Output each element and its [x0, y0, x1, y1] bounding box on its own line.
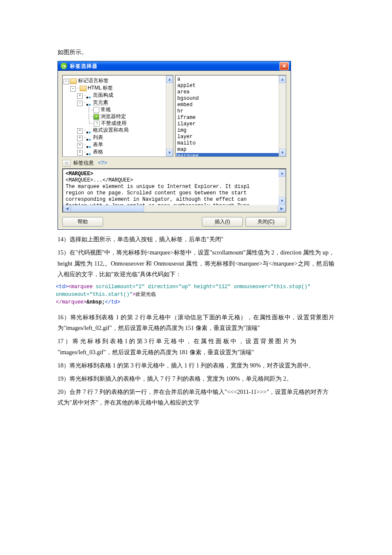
code-marquee-open: <marquee [68, 284, 93, 290]
code-td-close: </td> [105, 299, 120, 305]
list-item[interactable]: layer [176, 134, 285, 140]
scroll-down-icon[interactable]: ▼ [279, 149, 286, 156]
tree-deprecated[interactable]: 不赞成使用 [101, 120, 127, 126]
close-icon[interactable]: ✕ [280, 62, 289, 70]
step-17b: "images/left_03.gif"，然后设置单元格的高度为 181 像素，… [58, 347, 334, 358]
step-17a: 17 ） 将 光 标 移 到 表 格 1 的 第 3 行 单 元 格 中 ， 在… [58, 336, 334, 347]
tree-root[interactable]: 标记语言标签 [78, 78, 109, 84]
tree-forms[interactable]: 表单 [93, 142, 103, 147]
list-item[interactable]: applet [176, 83, 285, 89]
button-row: 帮助 插入(I) 关闭(C) [62, 217, 286, 227]
scroll-left-icon[interactable]: ◀ [63, 205, 71, 212]
tree-tables[interactable]: 表格 [93, 149, 103, 155]
document-page: 如图所示。 ◔ 标签选择器 ✕ −标记语言标签 −··HTML 标签 +··页面… [0, 0, 392, 428]
info-hscroll[interactable]: ◀ ▶ [63, 205, 285, 212]
info-heading: <MARQUEE> [66, 171, 93, 177]
window-title: 标签选择器 [70, 63, 280, 70]
close-button[interactable]: 关闭(C) [245, 217, 286, 227]
scroll-up-icon[interactable]: ▲ [279, 75, 286, 83]
dialog-body: −标记语言标签 −··HTML 标签 +··页面构成 −··页元素 │·· 常规… [58, 71, 291, 229]
list-item[interactable]: bgsound [176, 95, 285, 102]
scroll-down-icon[interactable]: ▼ [166, 149, 173, 156]
list-scrollbar[interactable]: ▲ ▼ [279, 75, 286, 156]
code-marquee-close: </marquee> [56, 299, 86, 305]
list-item[interactable]: ilayer [176, 121, 285, 127]
tree-scrollbar[interactable]: ▲ ▼ [166, 75, 173, 156]
scroll-right-icon[interactable]: ▶ [278, 205, 285, 212]
step-18: 18）将光标移到表格 1 的第 3 行单元格中，插入 1 行 1 列的表格，宽度… [58, 360, 334, 371]
list-item[interactable]: embed [176, 102, 285, 108]
scroll-up-icon[interactable]: ▲ [279, 169, 285, 177]
tree-browser-specific[interactable]: 浏览器特定 [101, 113, 126, 119]
list-item[interactable]: area [176, 89, 285, 95]
step-20: 20）合并 7 行 7 列的表格的第一行，并在合并后的单元格中输入"<<<201… [58, 387, 334, 408]
tree-pane[interactable]: −标记语言标签 −··HTML 标签 +··页面构成 −··页元素 │·· 常规… [62, 75, 173, 157]
tree-page-elements[interactable]: 页元素 [93, 99, 108, 106]
info-label: 标签信息 [73, 159, 94, 167]
titlebar: ◔ 标签选择器 ✕ [58, 61, 291, 71]
info-vscroll[interactable]: ▲ ▼ [279, 169, 285, 205]
scroll-down-icon[interactable]: ▼ [279, 197, 285, 205]
app-icon: ◔ [61, 63, 67, 69]
step-16: 16）将光标移到表格 1 的第 2 行单元格中（滚动信息下面的单元格），在属性面… [58, 312, 334, 333]
intro-text: 如图所示。 [58, 47, 334, 58]
info-panel: <MARQUEE> <MARQUEE>...</MARQUEE> The mar… [62, 168, 286, 213]
info-desc: region on the page. Scrolled content goe… [66, 190, 283, 197]
insert-button[interactable]: 插入(I) [202, 217, 243, 227]
tree-general[interactable]: 常规 [101, 107, 111, 113]
info-syntax: <MARQUEE>...</MARQUEE> [66, 177, 283, 184]
scroll-up-icon[interactable]: ▲ [166, 75, 173, 83]
step-15: 15）在"代码视图"中，将光标移到<marquee>标签中，设置"scrolla… [58, 247, 334, 280]
list-item[interactable]: marquee [176, 153, 285, 157]
tag-selector-dialog: ◔ 标签选择器 ✕ −标记语言标签 −··HTML 标签 +··页面构成 −··… [58, 61, 291, 230]
list-item[interactable]: map [176, 147, 285, 153]
code-td-open: <td> [56, 284, 68, 290]
info-desc: corresponding element in Navigator, alth… [66, 197, 283, 203]
collapse-icon[interactable]: ▽ [62, 160, 71, 167]
info-bar: ▽ 标签信息 <?> [62, 159, 286, 168]
list-item[interactable]: mailto [176, 140, 285, 147]
step-14: 14）选择如上图所示，单击插入按钮，插入标签，后单击"关闭" [58, 234, 334, 245]
info-help-icon[interactable]: <?> [98, 160, 107, 166]
help-button[interactable]: 帮助 [62, 217, 103, 227]
code-sample: <td><marquee scrollamount="2" direction=… [56, 283, 334, 306]
list-pane[interactable]: aappletareabgsoundembedhriframeilayerimg… [175, 75, 286, 157]
tree-format-layout[interactable]: 格式设置和布局 [93, 127, 129, 133]
tree-lists[interactable]: 列表 [93, 134, 103, 140]
tree-html[interactable]: HTML 标签 [88, 85, 113, 91]
tree-page-composition[interactable]: 页面构成 [93, 92, 113, 98]
dialog-screenshot: ◔ 标签选择器 ✕ −标记语言标签 −··HTML 标签 +··页面构成 −··… [58, 61, 334, 230]
list-item[interactable]: iframe [176, 115, 285, 121]
list-item[interactable]: a [176, 76, 285, 83]
step-19: 19）将光标移到新插入的表格中，插入 7 行 7 列的表格，宽度为 100%，单… [58, 373, 334, 384]
info-desc: The marquee element is unique to Interne… [66, 184, 283, 190]
list-item[interactable]: img [176, 127, 285, 134]
list-item[interactable]: hr [176, 108, 285, 115]
